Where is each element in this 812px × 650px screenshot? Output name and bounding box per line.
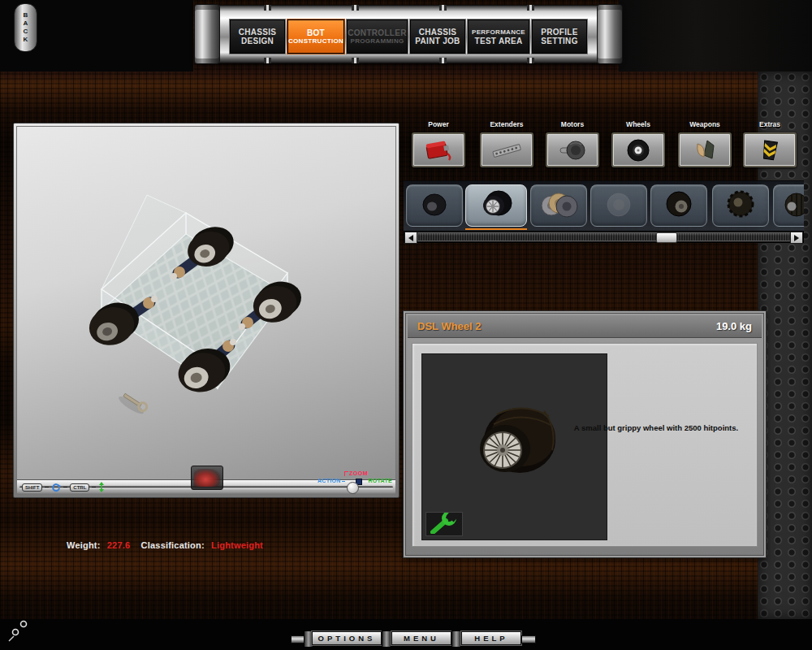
category-tab-extras[interactable]: Extras — [738, 120, 801, 167]
camera-mode-control: ZOOM ACTION ROTATE — [317, 472, 389, 493]
wheel-thumb-icon — [407, 185, 462, 226]
bot-render — [17, 127, 396, 482]
decorative-rings — [5, 616, 37, 647]
classification-label: Classification: — [141, 540, 205, 550]
tab-label: SETTING — [533, 37, 586, 46]
tab-label: TEST AREA — [469, 37, 529, 46]
bot-construction-screen: BACK CHASSIS DESIGN BOT CONSTRUCTION CON… — [0, 0, 812, 650]
part-category-bar: Power Extenders — [404, 120, 804, 177]
category-tab-extenders[interactable]: Extenders — [475, 120, 538, 167]
part-detail-panel: DSL Wheel 2 19.0 kg — [404, 311, 766, 557]
part-tile[interactable] — [773, 184, 804, 227]
category-label: Motors — [541, 120, 604, 130]
weight-status-bar: Weight: 227.6 Classification: Lightweigh… — [67, 540, 271, 550]
tab-chassis-paint-job[interactable]: CHASSIS PAINT JOB — [410, 20, 465, 54]
part-tile-selected[interactable] — [465, 184, 527, 227]
modifier-key-hints: SHIFT CTRL — [22, 482, 105, 492]
tab-profile-setting[interactable]: PROFILE SETTING — [532, 20, 587, 54]
scroll-left-button[interactable] — [404, 232, 417, 244]
part-tile[interactable] — [406, 184, 463, 227]
part-carousel — [404, 180, 804, 232]
blade-icon — [686, 137, 723, 163]
nav-bar-bolts — [226, 58, 591, 63]
carousel-scrollbar[interactable] — [404, 231, 804, 243]
menu-button[interactable]: MENU — [391, 631, 451, 645]
part-tile[interactable] — [650, 184, 707, 227]
help-button[interactable]: HELP — [461, 631, 521, 645]
armor-plate-icon — [751, 137, 788, 163]
tab-label: PROFILE — [533, 28, 586, 37]
category-label: Wheels — [607, 120, 670, 130]
category-tab-motors[interactable]: Motors — [541, 120, 604, 167]
nav-bar-end-cap-right — [597, 4, 623, 64]
tab-label: DESIGN — [231, 37, 284, 46]
tab-bot-construction[interactable]: BOT CONSTRUCTION — [287, 20, 344, 54]
tab-performance-test-area[interactable]: PERFORMANCE TEST AREA — [468, 20, 529, 54]
extender-bar-icon — [488, 137, 525, 163]
weight-label: Weight: — [67, 540, 101, 550]
part-detail-body: A small but grippy wheel with 2500 hitpo… — [412, 343, 758, 547]
footer-menu: OPTIONS MENU HELP — [291, 628, 534, 649]
part-tile[interactable] — [590, 184, 647, 227]
action-mode-label: ACTION — [317, 478, 345, 483]
battery-icon — [420, 137, 457, 163]
divider — [63, 487, 67, 488]
part-preview — [421, 353, 607, 540]
weight-value: 227.6 — [107, 540, 131, 550]
background-dark-band — [619, 0, 812, 72]
nav-bar-bolts — [226, 5, 591, 11]
wheel-thumb-icon — [466, 185, 526, 226]
category-label: Weapons — [673, 120, 736, 130]
tab-label: PERFORMANCE — [469, 28, 529, 37]
bot-3d-viewport[interactable]: SHIFT CTRL ZOOM ACTIO — [16, 126, 396, 495]
ctrl-key-hint: CTRL — [70, 483, 89, 492]
part-name: DSL Wheel 2 — [417, 320, 482, 332]
camera-slider-knob[interactable] — [347, 482, 359, 494]
options-button[interactable]: OPTIONS — [312, 631, 382, 645]
left-arrow-icon — [408, 235, 413, 241]
wheel-thumb-icon — [651, 185, 706, 226]
vertical-move-icon — [98, 482, 105, 492]
tab-controller-programming[interactable]: CONTROLLER PROGRAMMING — [347, 20, 408, 54]
wrench-icon — [426, 513, 460, 534]
nav-bar: CHASSIS DESIGN BOT CONSTRUCTION CONTROLL… — [196, 5, 621, 63]
category-label: Power — [407, 120, 470, 130]
right-arrow-icon — [794, 235, 799, 241]
pipe-joint — [382, 630, 391, 648]
part-weight: 19.0 kg — [716, 320, 752, 332]
scrollbar-thumb[interactable] — [656, 232, 677, 243]
zoom-mode-label: ZOOM — [344, 470, 368, 476]
knobby-wheel-icon — [713, 185, 768, 226]
scroll-right-button[interactable] — [790, 232, 803, 244]
rotate-mode-label: ROTATE — [368, 478, 392, 483]
category-tab-weapons[interactable]: Weapons — [673, 120, 736, 167]
part-tile[interactable] — [530, 184, 587, 227]
category-tab-wheels[interactable]: Wheels — [607, 120, 670, 167]
tab-label: CONTROLLER — [348, 28, 407, 37]
category-label: Extenders — [475, 120, 538, 130]
tab-label: CHASSIS — [411, 28, 464, 37]
motor-icon — [554, 137, 591, 163]
category-tab-power[interactable]: Power — [407, 120, 470, 167]
back-button[interactable]: BACK — [14, 3, 37, 52]
divider — [45, 487, 49, 488]
category-label: Extras — [738, 120, 801, 130]
part-description: A small but grippy wheel with 2500 hitpo… — [574, 423, 738, 432]
scrollbar-track[interactable] — [417, 232, 791, 241]
part-tile[interactable] — [712, 184, 769, 227]
divider — [92, 487, 96, 488]
tab-chassis-design[interactable]: CHASSIS DESIGN — [230, 20, 285, 54]
rotate-cursor-icon — [51, 483, 61, 492]
pipe-joint — [451, 630, 461, 648]
wheel-icon — [620, 137, 657, 163]
shift-key-hint: SHIFT — [22, 483, 42, 492]
brand-logo-icon — [194, 469, 220, 487]
tab-label: PROGRAMMING — [348, 37, 407, 46]
tab-label: BOT — [288, 28, 343, 37]
selected-tile-underline — [465, 228, 527, 230]
brand-logo-button[interactable] — [191, 466, 223, 490]
back-button-label: BACK — [23, 11, 29, 44]
edit-part-button[interactable] — [425, 512, 463, 536]
wheel-thumb-ghost-icon — [591, 185, 646, 226]
hubcap-set-icon — [531, 185, 586, 226]
